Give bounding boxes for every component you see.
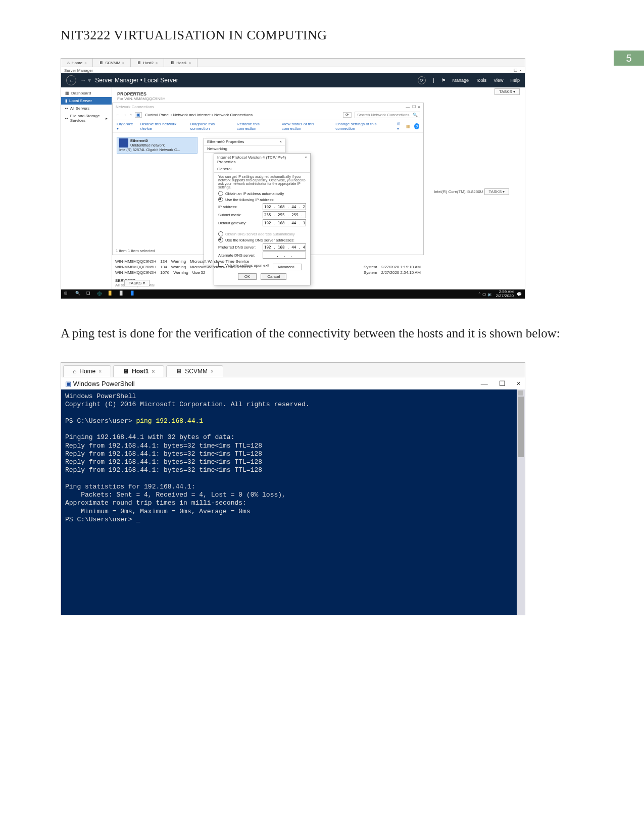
window-titlebar: ▣ Windows PowerShell — ☐ × [61,377,525,389]
app-name: Server Manager [64,68,93,73]
menu-view[interactable]: View [493,78,503,83]
maximize-button[interactable]: ☐ [499,379,506,387]
nav-up-icon[interactable]: ↑ [130,113,132,117]
close-icon[interactable]: × [305,155,307,164]
powershell-console[interactable]: Windows PowerShell Copyright (C) 2016 Mi… [61,389,525,615]
vm-tab-home-label: Home [72,61,82,65]
body-paragraph: A ping test is done for the verification… [61,319,583,347]
search-icon[interactable]: 🔍 [75,291,81,297]
vm-tab-home[interactable]: ⌂ Home× [61,59,93,67]
sidebar-item-label: All Servers [70,106,90,111]
ipv4-desc: You can get IP settings assigned automat… [218,175,306,189]
ip-address-label: IP address: [218,205,237,209]
close-icon[interactable]: × [84,61,86,65]
vm-tab-home[interactable]: ⌂ Home× [63,365,111,377]
powershell-icon: ▣ [65,380,71,387]
tray-icons[interactable]: ⌃ ▭ 🔉 [478,292,492,297]
sidebar-item-local-server[interactable]: ▮ Local Server [61,97,112,105]
window-titlebar: Server Manager — ☐ × [61,67,525,73]
taskview-icon[interactable]: ❏ [86,291,92,297]
vm-tabs: ⌂ Home× 🖥 Host1× 🖥 SCVMM× [61,363,525,377]
vm-tabs: ⌂ Home× 🖥 SCVMM× 🖥 Host2× 🖥 Host1× [61,59,525,67]
hardware-panel: Intel(R) Core(TM) i5-8250U TASKS ▾ [434,148,520,195]
vm-tab-scvmm[interactable]: 🖥 SCVMM× [166,365,223,377]
tab-general[interactable]: General [214,166,310,173]
adapter-ethernet0[interactable]: Ethernet0 Unidentified network Intel(R) … [117,137,197,154]
search-input[interactable]: Search Network Connections🔍 [355,112,420,118]
back-icon[interactable]: ← [66,75,76,85]
help-icon[interactable]: ? [414,123,419,129]
vm-tab-label: Host1 [132,368,148,375]
close-icon[interactable]: × [189,61,191,65]
start-icon[interactable]: ⊞ [64,291,70,297]
dns1-input[interactable] [263,243,306,251]
minimize-button[interactable]: — [481,379,488,387]
ip-address-input[interactable] [263,203,306,210]
radio-obtain-ip-auto[interactable]: Obtain an IP address automatically [218,191,306,196]
close-icon[interactable]: × [122,61,124,65]
tasks-button[interactable]: TASKS ▾ [484,188,510,195]
close-icon[interactable]: × [156,61,158,65]
subnet-mask-input[interactable] [263,211,306,218]
explorer-icon[interactable]: ▉ [109,291,115,297]
window-controls[interactable]: — ☐ × [406,105,420,109]
vm-tab-host1[interactable]: 🖥 Host1× [113,365,164,377]
status-bar: 1 item 1 item selected [116,249,155,253]
tasks-button[interactable]: TASKS ▾ [494,88,520,95]
menu-manage[interactable]: Manage [453,78,469,83]
view-details-button[interactable]: ▦ [406,124,410,129]
menu-help[interactable]: Help [510,78,520,83]
table-row[interactable]: WIN-MM8MQQC9N5H134WarningMicrosoft-Windo… [112,259,424,264]
table-row[interactable]: WIN-MM8MQQC9N5H1076WarningUser32System2/… [112,270,424,275]
close-icon[interactable]: × [152,369,155,374]
clock-date: 2/27/2020 [496,293,514,298]
edge-icon[interactable]: ⓔ [97,291,104,297]
dns2-input[interactable] [263,252,306,259]
server-manager-icon[interactable]: ▉ [120,291,126,297]
close-icon[interactable]: × [279,139,282,144]
sidebar-item-all-servers[interactable]: ▪▪ All Servers [61,105,112,112]
scrollbar[interactable] [517,389,525,615]
disable-device-button[interactable]: Disable this network device [140,122,184,131]
close-icon[interactable]: × [98,369,102,374]
rename-button[interactable]: Rename this connection [237,122,276,131]
vm-tab-host2[interactable]: 🖥 Host2× [131,59,164,67]
view-icons-button[interactable]: ⊞ ▾ [397,122,403,131]
diagnose-button[interactable]: Diagnose this connection [190,122,231,131]
table-row[interactable]: WIN-MM8MQQC9N5H134WarningMicrosoft-Windo… [112,264,424,270]
dialog-title: Ethernet0 Properties [207,139,244,144]
refresh-icon[interactable]: ⟳ [418,76,426,84]
server-manager-header: ← → ▾ Server Manager • Local Server ⟳ | … [61,73,525,87]
address-path[interactable]: Control Panel › Network and Internet › N… [145,113,340,117]
menu-tools[interactable]: Tools [476,78,486,83]
server-manager-sidebar: ▦ Dashboard ▮ Local Server ▪▪ All Server… [61,87,112,289]
close-button[interactable]: × [517,379,521,387]
close-icon[interactable]: × [211,369,214,374]
nav-back-icon[interactable]: ← [116,113,120,117]
vm-tab-host2-label: Host2 [143,61,154,65]
refresh-icon[interactable]: ⟳ [343,112,352,118]
organize-menu[interactable]: Organize ▾ [117,122,134,131]
window-controls[interactable]: — ☐ × [507,68,522,73]
radio-use-ip[interactable]: Use the following IP address: [218,197,306,202]
radio-use-dns[interactable]: Use the following DNS server addresses: [218,237,306,242]
windows-taskbar: ⊞ 🔍 ❏ ⓔ ▉ ▉ ▉ ⌃ ▭ 🔉 2:59 AM2/27/2020 💬 [61,289,525,299]
vm-tab-label: SCVMM [185,368,208,375]
view-status-button[interactable]: View status of this connection [282,122,329,131]
tab-networking[interactable]: Networking [204,145,285,153]
vm-tab-scvmm[interactable]: 🖥 SCVMM× [93,59,131,67]
change-settings-button[interactable]: Change settings of this connection [335,122,391,131]
vm-tab-host1[interactable]: 🖥 Host1× [164,59,197,67]
page-number: 5 [614,51,644,66]
server-manager-screenshot: ⌂ Home× 🖥 SCVMM× 🖥 Host2× 🖥 Host1× Serve… [61,58,525,299]
scroll-thumb[interactable] [518,397,524,457]
tasks-button[interactable]: TASKS ▾ [124,280,150,286]
flag-icon[interactable]: ⚑ [441,78,445,83]
nav-fwd-icon: → [123,113,127,117]
app-icon[interactable]: ▉ [131,291,137,297]
sidebar-item-file-storage[interactable]: ▪▪ File and Storage Services ▸ [61,112,112,124]
notifications-icon[interactable]: 💬 [517,292,522,297]
sidebar-item-dashboard[interactable]: ▦ Dashboard [61,89,112,97]
gateway-input[interactable] [263,219,306,226]
events-table: WIN-MM8MQQC9N5H134WarningMicrosoft-Windo… [112,259,424,275]
